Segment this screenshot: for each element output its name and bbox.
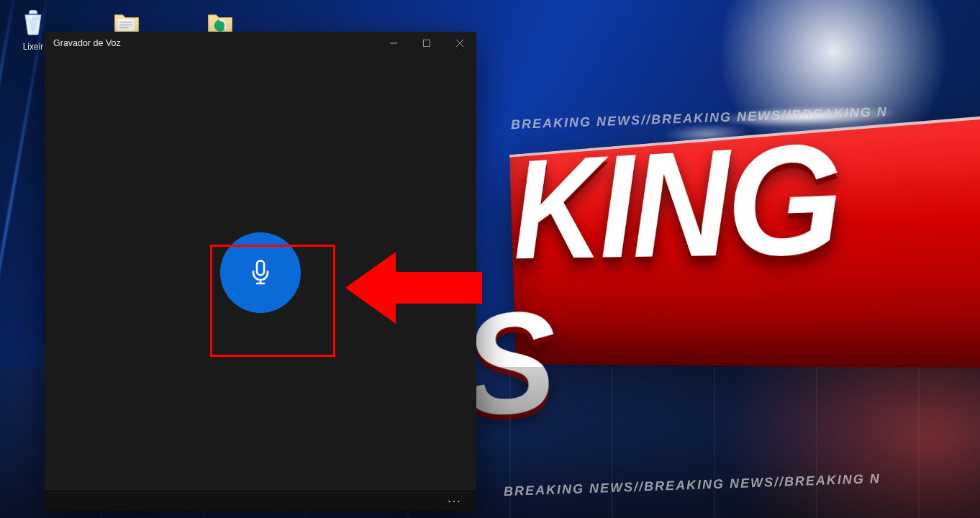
statusbar: ··· — [45, 491, 476, 511]
voice-recorder-window: Gravador de Voz — [45, 32, 476, 511]
svg-rect-1 — [119, 22, 132, 23]
svg-rect-7 — [257, 260, 264, 275]
maximize-button[interactable] — [410, 32, 443, 55]
svg-rect-6 — [424, 40, 430, 47]
window-controls — [377, 32, 476, 55]
maximize-icon — [423, 40, 430, 47]
desktop-icon-label: Lixeir — [23, 42, 44, 52]
more-icon: ··· — [448, 495, 461, 508]
microphone-icon — [246, 258, 275, 287]
minimize-icon — [390, 40, 397, 47]
window-client-area — [45, 55, 476, 491]
window-title: Gravador de Voz — [45, 38, 377, 48]
minimize-button[interactable] — [377, 32, 410, 55]
svg-rect-3 — [119, 27, 129, 28]
wallpaper-headline-1: KING — [511, 103, 980, 273]
titlebar[interactable]: Gravador de Voz — [45, 32, 476, 55]
record-button[interactable] — [220, 232, 301, 313]
close-icon — [456, 40, 463, 47]
close-button[interactable] — [443, 32, 476, 55]
more-button[interactable]: ··· — [440, 491, 469, 512]
svg-rect-2 — [119, 24, 132, 26]
